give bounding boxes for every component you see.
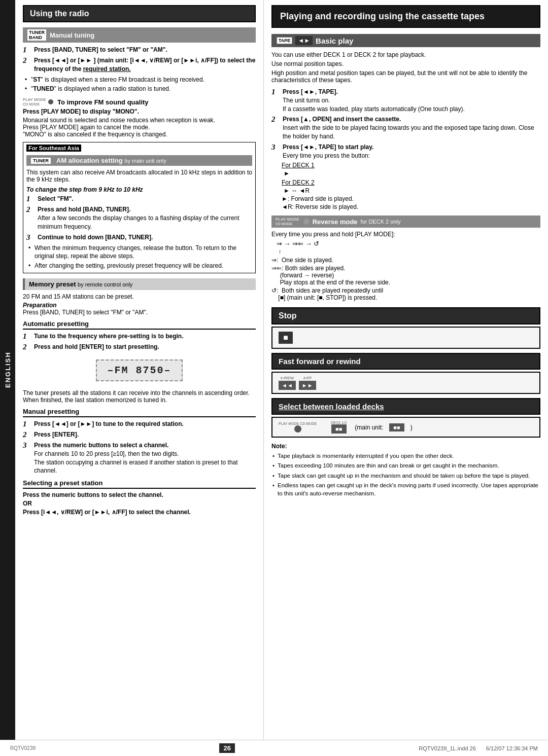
play-step-3: 3 Press [◄►, TAPE] to start play. Every …: [271, 143, 540, 160]
notes-section: Note: Tape playback is momentarily inter…: [271, 443, 540, 497]
note-2: Tapes exceeding 100 minutes are thin and…: [271, 461, 540, 470]
step-1-num: 1: [23, 46, 32, 54]
auto-step-1: 1 Tune to the frequency where pre-settin…: [23, 332, 256, 341]
footer-file: RQTV0239_1L.indd 26: [419, 745, 476, 751]
play-mode-button-circle: [294, 425, 301, 433]
forward-desc: ►: Forward side is played.: [282, 195, 540, 202]
main-unit-text: (main unit:: [355, 424, 383, 431]
tuner-tag-2: TUNER: [30, 157, 51, 164]
selecting-text1: Press the numeric buttons to select the …: [23, 491, 256, 498]
main-unit-button: ■■: [389, 423, 404, 431]
manual-step-1-content: Press [◄◄] or [►►] to tune to the requir…: [34, 420, 256, 428]
change-step-heading: To change the step from 9 kHz to 10 kHz: [26, 186, 252, 193]
tuned-text: TUNED: [33, 85, 54, 92]
asia-bullet-2: After changing the setting, previously p…: [26, 262, 252, 270]
basic-play-header: TAPE ◄► Basic play: [271, 34, 540, 47]
deck2-arrows: ► ↔ ◄R: [284, 187, 540, 194]
auto-step-2-content: Press and hold [ENTER] to start presetti…: [34, 343, 256, 351]
play-step-2-content: Press [▲, OPEN] and insert the cassette.…: [283, 115, 540, 140]
deck1-label: For DECK 1: [282, 162, 540, 169]
left-column: Using the radio TUNERBAND Manual tuning …: [15, 0, 264, 740]
cassette-title: Playing and recording using the cassette…: [280, 11, 485, 21]
asia-step-3: 3 Continue to hold down [BAND, TUNER].: [26, 233, 252, 242]
english-label: ENGLISH: [4, 352, 12, 388]
cassette-section-header: Playing and recording using the cassette…: [271, 5, 540, 28]
play-step-3-content: Press [◄►, TAPE] to start play. Every ti…: [283, 143, 540, 160]
asia-step-2-content: Press and hold [BAND, TUNER].After a few…: [38, 205, 252, 231]
memory-preset-sub: by remote control only: [78, 281, 132, 287]
play-step-1: 1 Press [◄►, TAPE]. The unit turns on. I…: [271, 88, 540, 113]
play-mode-tag-reverse: PLAY MODECD MODE: [276, 217, 299, 226]
reverse-mode-sub: for DECK 2 only: [361, 219, 401, 225]
fm-display: –FM 8750–: [96, 359, 182, 381]
columns-container: Using the radio TUNERBAND Manual tuning …: [15, 0, 548, 740]
footer-date: 6/12/07 12:36:34 PM: [486, 745, 538, 751]
note-1: Tape playback is momentarily interrupted…: [271, 452, 540, 460]
tuning-step-1: 1 Press [BAND, TUNER] to select "FM" or …: [23, 46, 256, 54]
southeast-asia-section: For Southeast Asia TUNER AM allocation s…: [23, 142, 256, 273]
basic-play-intro1: You can use either DECK 1 or DECK 2 for …: [271, 51, 540, 58]
select-decks-section: Select between loaded decks PLAY MODE CD…: [271, 398, 540, 438]
play-mode-button-container: PLAY MODE CD MODE: [279, 422, 317, 433]
decks-label: Select between loaded decks: [279, 402, 384, 411]
reverse-desc: ◄R: Reverse side is played.: [282, 203, 540, 210]
main-content: ENGLISH Using the radio TUNERBAND Manual…: [0, 0, 548, 740]
step-1-text: Press [BAND, TUNER] to select "FM" or "A…: [34, 46, 167, 53]
deck1-arrows: ►: [284, 170, 540, 177]
page-number: 26: [219, 743, 234, 753]
reverse-mode-header: PLAY MODECD MODE Reverse mode for DECK 2…: [271, 215, 540, 228]
footer-right: RQTV0239_1L.indd 26 6/12/07 12:36:34 PM: [419, 745, 538, 751]
manual-step-3: 3 Press the numeric buttons to select a …: [23, 441, 256, 475]
am-sub: by main unit only: [124, 158, 166, 164]
play-mode-tag-label: PLAY MODECD MODE: [23, 97, 46, 106]
selecting-header: Selecting a preset station: [23, 479, 256, 489]
tuner-tag: TUNERBAND: [27, 29, 47, 41]
asia-step-3-num: 3: [26, 233, 36, 242]
manual-step-3-num: 3: [23, 441, 32, 450]
preparation-desc: Press [BAND, TUNER] to select "FM" or "A…: [23, 309, 256, 316]
or-text: OR: [23, 500, 256, 507]
ff-box: ∨/REW ◄◄ ∧/FF ►►: [271, 372, 540, 394]
main-unit-end: ): [410, 424, 413, 431]
fast-forward-section: Fast forward or rewind ∨/REW ◄◄ ∧/FF ►►: [271, 353, 540, 394]
play-step-2-num: 2: [271, 115, 281, 124]
auto-step-2-num: 2: [23, 343, 32, 351]
auto-step-1-num: 1: [23, 332, 32, 341]
basic-play-intro3: High position and metal position tapes c…: [271, 69, 540, 84]
basic-play-intro2: Use normal position tapes.: [271, 60, 540, 67]
am-desc: This system can also receive AM broadcas…: [26, 169, 252, 183]
memory-desc1: 20 FM and 15 AM stations can be preset.: [23, 293, 256, 300]
ff-button-container: ∧/FF ►►: [299, 376, 316, 390]
right-column: Playing and recording using the cassette…: [264, 0, 548, 740]
footer-code: RQTV0239: [10, 745, 36, 751]
rew-button-container: ∨/REW ◄◄: [279, 376, 296, 390]
reverse-desc3: ↺: Both sides are played repeatedly unti…: [271, 287, 540, 301]
radio-title: Using the radio: [30, 9, 89, 18]
note-4: Endless tapes can get caught up in the d…: [271, 481, 540, 497]
play-mode-circle: [48, 99, 53, 104]
manual-step-3-content: Press the numeric buttons to select a ch…: [34, 441, 256, 475]
reverse-sequence: ⇒ → ⇒⇐ → ↺: [277, 240, 540, 247]
tape-tag: TAPE: [277, 37, 292, 44]
memory-preset-label: Memory preset: [29, 280, 76, 288]
footer: RQTV0239 26 RQTV0239_1L.indd 26 6/12/07 …: [0, 740, 548, 756]
asia-step-1: 1 Select "FM".: [26, 195, 252, 203]
bullet-tuned: "TUNED" is displayed when a radio statio…: [23, 85, 256, 93]
manual-tuning-header: TUNERBAND Manual tuning: [23, 27, 256, 43]
ff-label-text: ∧/FF: [303, 376, 312, 380]
play-mode-small-label: PLAY MODE CD MODE: [279, 422, 317, 425]
deck2-label: For DECK 2: [282, 179, 540, 186]
manual-tuning-section: TUNERBAND Manual tuning 1 Press [BAND, T…: [23, 27, 256, 93]
tape-play-icon: ◄►: [295, 36, 313, 45]
stop-section: Stop ■: [271, 307, 540, 349]
memory-preset-section: Memory preset by remote control only 20 …: [23, 278, 256, 516]
manual-tuning-label: Manual tuning: [50, 31, 94, 39]
bullet-st: "ST" is displayed when a stereo FM broad…: [23, 76, 256, 84]
ff-label: Fast forward or rewind: [279, 357, 361, 366]
step-2-num: 2: [23, 56, 32, 65]
deck-info: For DECK 1 ► For DECK 2 ► ↔ ◄R ►: Forwar…: [271, 162, 540, 210]
manual-step-1: 1 Press [◄◄] or [►►] to tune to the requ…: [23, 420, 256, 428]
ff-header: Fast forward or rewind: [271, 353, 540, 370]
rew-label-text: ∨/REW: [280, 376, 294, 380]
play-mode-instruction: Press [PLAY MODE] to display "MONO".: [23, 108, 139, 115]
